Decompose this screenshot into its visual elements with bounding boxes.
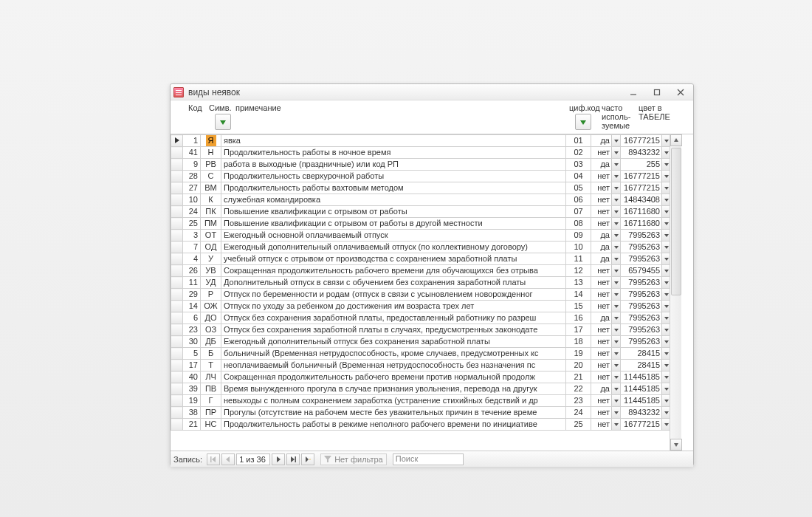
table-row[interactable]: 29РОтпуск по беременности и родам (отпус… <box>171 289 681 301</box>
cell-sym[interactable]: ЛЧ <box>201 372 221 383</box>
cell-kod[interactable]: 30 <box>183 336 201 348</box>
dropdown-icon[interactable] <box>611 419 620 430</box>
row-selector[interactable] <box>171 383 183 395</box>
cell-kod[interactable]: 9 <box>183 159 201 171</box>
row-selector[interactable] <box>171 395 183 407</box>
row-selector[interactable] <box>171 277 183 289</box>
row-selector[interactable] <box>171 348 183 360</box>
cell-desc[interactable]: учебный отпуск с отрывом от производства… <box>221 253 566 265</box>
dropdown-icon[interactable] <box>611 348 620 359</box>
vertical-scrollbar[interactable] <box>670 134 681 451</box>
cell-kod[interactable]: 17 <box>183 360 201 372</box>
nav-last-button[interactable] <box>286 453 300 465</box>
dropdown-icon[interactable] <box>611 218 620 229</box>
table-row[interactable]: 9РВработа в выходные (праздничные) или к… <box>171 159 681 171</box>
cell-color[interactable]: 7995263 <box>621 242 671 253</box>
cell-sym[interactable]: К <box>201 194 221 206</box>
row-selector[interactable] <box>171 253 183 265</box>
cell-sym[interactable]: ОТ <box>201 230 221 242</box>
table-row[interactable]: 25ПМПовышение квалификации с отрывом от … <box>171 218 681 230</box>
row-selector[interactable] <box>171 324 183 336</box>
cell-num[interactable]: 08 <box>566 218 591 230</box>
cell-num[interactable]: 18 <box>566 336 591 348</box>
dropdown-icon[interactable] <box>611 372 620 383</box>
table-row[interactable]: 10Кслужебная командировка06нет14843408 <box>171 194 681 206</box>
row-selector[interactable] <box>171 360 183 372</box>
cell-kod[interactable]: 1 <box>183 135 201 147</box>
cell-freq[interactable]: нет <box>591 265 621 277</box>
cell-freq[interactable]: да <box>591 242 621 253</box>
cell-num[interactable]: 25 <box>566 419 591 431</box>
cell-color[interactable]: 7995263 <box>621 336 671 348</box>
cell-desc[interactable]: Ежегодный дополнительный отпуск без сохр… <box>221 336 566 348</box>
cell-desc[interactable]: неоплачиваемый больничный (Временная нет… <box>221 360 566 372</box>
cell-desc[interactable]: Ежегодный дополнительный оплачиваемый от… <box>221 242 566 253</box>
cell-desc[interactable]: Сокращенная продолжительность рабочего в… <box>221 372 566 383</box>
row-selector[interactable] <box>171 230 183 242</box>
cell-kod[interactable]: 26 <box>183 265 201 277</box>
cell-num[interactable]: 14 <box>566 289 591 301</box>
dropdown-icon[interactable] <box>611 289 620 300</box>
cell-desc[interactable]: служебная командировка <box>221 194 566 206</box>
cell-sym[interactable]: Т <box>201 360 221 372</box>
row-selector[interactable] <box>171 242 183 253</box>
cell-freq[interactable]: нет <box>591 407 621 419</box>
cell-freq[interactable]: нет <box>591 194 621 206</box>
cell-color[interactable]: 8943232 <box>621 147 671 159</box>
cell-color[interactable]: 7995263 <box>621 312 671 324</box>
cell-num[interactable]: 10 <box>566 242 591 253</box>
cell-color[interactable]: 8943232 <box>621 407 671 419</box>
row-selector[interactable] <box>171 372 183 383</box>
cell-sym[interactable]: ОЖ <box>201 301 221 312</box>
table-row[interactable]: 40ЛЧСокращенная продолжительность рабоче… <box>171 372 681 383</box>
cell-desc[interactable]: Продолжительность работы вахтовым методо… <box>221 182 566 194</box>
cell-freq[interactable]: да <box>591 159 621 171</box>
nav-search[interactable]: Поиск <box>393 453 464 465</box>
row-selector[interactable] <box>171 265 183 277</box>
cell-kod[interactable]: 27 <box>183 182 201 194</box>
cell-freq[interactable]: нет <box>591 206 621 218</box>
table-row[interactable]: 3ОТЕжегодный основной оплачиваемый отпус… <box>171 230 681 242</box>
cell-num[interactable]: 16 <box>566 312 591 324</box>
scroll-up-button[interactable] <box>670 134 682 146</box>
cell-num[interactable]: 11 <box>566 253 591 265</box>
dropdown-icon[interactable] <box>611 194 620 205</box>
table-row[interactable]: 30ДБЕжегодный дополнительный отпуск без … <box>171 336 681 348</box>
cell-color[interactable]: 28415 <box>621 348 671 360</box>
cell-num[interactable]: 24 <box>566 407 591 419</box>
cell-num[interactable]: 12 <box>566 265 591 277</box>
cell-kod[interactable]: 29 <box>183 289 201 301</box>
cell-color[interactable]: 28415 <box>621 360 671 372</box>
cell-sym[interactable]: Г <box>201 395 221 407</box>
dropdown-icon[interactable] <box>611 312 620 323</box>
scroll-down-button[interactable] <box>670 439 682 451</box>
close-button[interactable] <box>674 87 687 97</box>
table-row[interactable]: 26УВСокращенная продолжительность рабоче… <box>171 265 681 277</box>
cell-color[interactable]: 7995263 <box>621 230 671 242</box>
cell-sym[interactable]: Я <box>201 135 221 147</box>
cell-desc[interactable]: Отпуск по уходу за ребенком до достижени… <box>221 301 566 312</box>
cell-sym[interactable]: ПК <box>201 206 221 218</box>
cell-num[interactable]: 17 <box>566 324 591 336</box>
cell-sym[interactable]: Р <box>201 289 221 301</box>
dropdown-icon[interactable] <box>611 301 620 312</box>
dropdown-icon[interactable] <box>611 277 620 288</box>
cell-freq[interactable]: да <box>591 230 621 242</box>
cell-kod[interactable]: 10 <box>183 194 201 206</box>
nav-filter[interactable]: Нет фильтра <box>320 453 387 465</box>
dropdown-icon[interactable] <box>611 324 620 335</box>
cell-color[interactable]: 11445185 <box>621 395 671 407</box>
dropdown-icon[interactable] <box>611 135 620 146</box>
dropdown-icon[interactable] <box>611 395 620 406</box>
table-row[interactable]: 39ПВВремя вынужденного прогула в случае … <box>171 383 681 395</box>
cell-num[interactable]: 15 <box>566 301 591 312</box>
cell-desc[interactable]: Продолжительность работы в ночное время <box>221 147 566 159</box>
cell-freq[interactable]: нет <box>591 218 621 230</box>
cell-color[interactable]: 16777215 <box>621 182 671 194</box>
cell-kod[interactable]: 7 <box>183 242 201 253</box>
cell-color[interactable]: 11445185 <box>621 372 671 383</box>
row-selector[interactable] <box>171 419 183 431</box>
cell-num[interactable]: 23 <box>566 395 591 407</box>
cell-freq[interactable]: да <box>591 253 621 265</box>
cell-sym[interactable]: ОЗ <box>201 324 221 336</box>
